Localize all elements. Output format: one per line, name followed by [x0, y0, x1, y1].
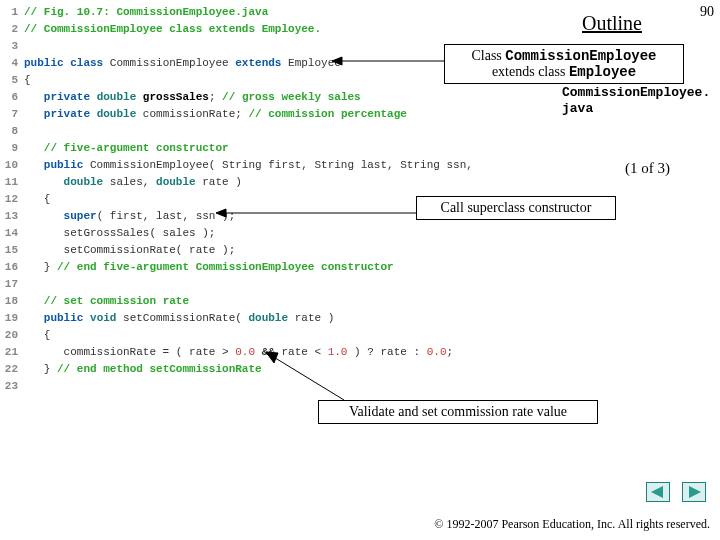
code-line: 11 double sales, double rate ): [4, 174, 473, 191]
code-content: // five-argument constructor: [24, 140, 229, 157]
callout-extends: Class CommissionEmployee extends class E…: [444, 44, 684, 84]
line-number: 18: [4, 293, 24, 310]
callout-text: Class: [471, 48, 505, 63]
code-line: 15 setCommissionRate( rate );: [4, 242, 473, 259]
code-content: setGrossSales( sales );: [24, 225, 215, 242]
line-number: 19: [4, 310, 24, 327]
svg-marker-5: [266, 352, 278, 363]
prev-button[interactable]: [646, 482, 670, 502]
line-number: 10: [4, 157, 24, 174]
code-content: commissionRate = ( rate > 0.0 && rate < …: [24, 344, 453, 361]
line-number: 20: [4, 327, 24, 344]
code-line: 10 public CommissionEmployee( String fir…: [4, 157, 473, 174]
line-number: 15: [4, 242, 24, 259]
code-content: private double grossSales; // gross week…: [24, 89, 361, 106]
callout-mono: Employee: [569, 64, 636, 80]
line-number: 11: [4, 174, 24, 191]
code-content: {: [24, 191, 50, 208]
copyright: © 1992-2007 Pearson Education, Inc. All …: [434, 517, 710, 532]
code-content: {: [24, 72, 31, 89]
callout-text: Validate and set commission rate value: [349, 404, 567, 419]
next-button[interactable]: [682, 482, 706, 502]
file-label-line2: java: [562, 101, 593, 116]
svg-line-4: [272, 356, 344, 400]
line-number: 12: [4, 191, 24, 208]
line-number: 9: [4, 140, 24, 157]
line-number: 3: [4, 38, 24, 55]
nav-controls: [646, 482, 706, 502]
code-content: } // end method setCommissionRate: [24, 361, 262, 378]
code-line: 18 // set commission rate: [4, 293, 473, 310]
code-content: } // end five-argument CommissionEmploye…: [24, 259, 394, 276]
code-line: 9 // five-argument constructor: [4, 140, 473, 157]
callout-text: Call superclass constructor: [441, 200, 592, 215]
code-line: 22 } // end method setCommissionRate: [4, 361, 473, 378]
callout-text: extends class: [492, 64, 569, 79]
file-label-line1: CommissionEmployee.: [562, 85, 710, 100]
code-content: private double commissionRate; // commis…: [24, 106, 407, 123]
arrow-super: [216, 204, 420, 222]
arrow-validate: [264, 350, 354, 408]
code-content: setCommissionRate( rate );: [24, 242, 235, 259]
line-number: 7: [4, 106, 24, 123]
code-line: 1// Fig. 10.7: CommissionEmployee.java: [4, 4, 473, 21]
code-line: 6 private double grossSales; // gross we…: [4, 89, 473, 106]
code-line: 20 {: [4, 327, 473, 344]
line-number: 4: [4, 55, 24, 72]
line-number: 5: [4, 72, 24, 89]
code-content: public void setCommissionRate( double ra…: [24, 310, 334, 327]
line-number: 1: [4, 4, 24, 21]
callout-mono: CommissionEmployee: [505, 48, 656, 64]
code-content: // set commission rate: [24, 293, 189, 310]
code-content: super( first, last, ssn );: [24, 208, 235, 225]
svg-marker-3: [216, 209, 226, 217]
line-number: 14: [4, 225, 24, 242]
code-content: // Fig. 10.7: CommissionEmployee.java: [24, 4, 268, 21]
outline-heading: Outline: [582, 12, 642, 35]
page-number: 90: [700, 4, 714, 20]
code-content: double sales, double rate ): [24, 174, 242, 191]
line-number: 22: [4, 361, 24, 378]
svg-marker-7: [689, 486, 701, 498]
file-label: CommissionEmployee. java: [562, 85, 712, 117]
line-number: 6: [4, 89, 24, 106]
code-line: 23: [4, 378, 473, 395]
line-number: 13: [4, 208, 24, 225]
code-content: // CommissionEmployee class extends Empl…: [24, 21, 321, 38]
code-line: 8: [4, 123, 473, 140]
code-line: 5{: [4, 72, 473, 89]
line-number: 8: [4, 123, 24, 140]
code-line: 2// CommissionEmployee class extends Emp…: [4, 21, 473, 38]
line-number: 17: [4, 276, 24, 293]
code-content: public CommissionEmployee( String first,…: [24, 157, 473, 174]
line-number: 2: [4, 21, 24, 38]
svg-marker-1: [332, 57, 342, 65]
code-line: 16 } // end five-argument CommissionEmpl…: [4, 259, 473, 276]
code-line: 19 public void setCommissionRate( double…: [4, 310, 473, 327]
line-number: 21: [4, 344, 24, 361]
code-line: 17: [4, 276, 473, 293]
code-line: 14 setGrossSales( sales );: [4, 225, 473, 242]
page-indicator: (1 of 3): [625, 160, 670, 177]
svg-marker-6: [651, 486, 663, 498]
callout-validate: Validate and set commission rate value: [318, 400, 598, 424]
code-content: {: [24, 327, 50, 344]
code-line: 7 private double commissionRate; // comm…: [4, 106, 473, 123]
code-line: 21 commissionRate = ( rate > 0.0 && rate…: [4, 344, 473, 361]
line-number: 16: [4, 259, 24, 276]
callout-super: Call superclass constructor: [416, 196, 616, 220]
arrow-extends: [332, 52, 452, 70]
code-content: public class CommissionEmployee extends …: [24, 55, 341, 72]
line-number: 23: [4, 378, 24, 395]
triangle-left-icon: [651, 486, 665, 498]
triangle-right-icon: [687, 486, 701, 498]
